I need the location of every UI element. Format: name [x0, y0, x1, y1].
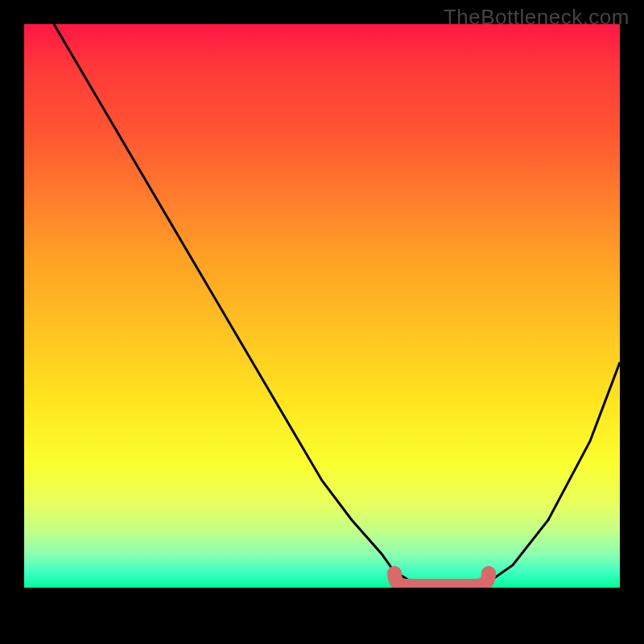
bottom-frame-strip [24, 588, 620, 620]
optimal-zone-end-dot [481, 568, 496, 582]
optimal-zone-marker [394, 573, 489, 586]
bottleneck-curve [54, 24, 620, 588]
chart-plot-area [24, 24, 620, 588]
chart-svg [24, 24, 620, 588]
watermark-text: TheBottleneck.com [444, 5, 630, 30]
